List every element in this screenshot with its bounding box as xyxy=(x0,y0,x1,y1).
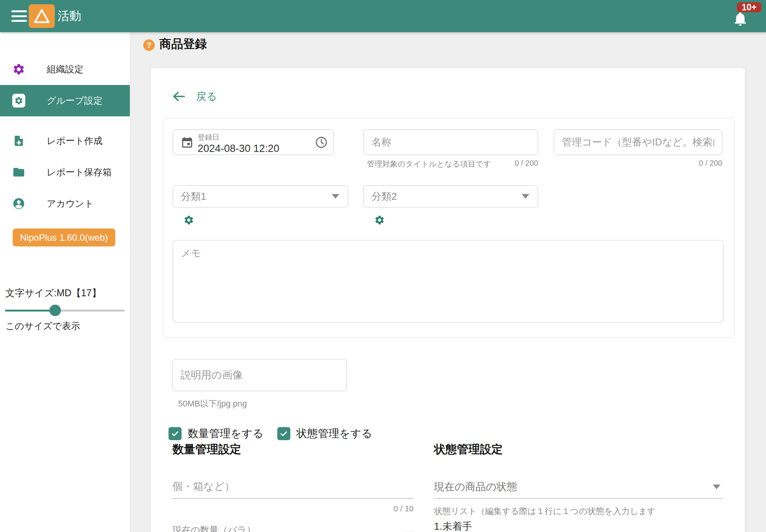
category1-label: 分類1 xyxy=(181,190,206,203)
sidebar-item-group-settings[interactable]: グループ設定 xyxy=(0,85,130,116)
checkmark-icon xyxy=(169,427,182,440)
code-field xyxy=(554,129,722,155)
sidebar-item-label: レポート作成 xyxy=(47,135,103,147)
unit-input[interactable] xyxy=(172,475,414,499)
sidebar: 組織設定 グループ設定 レポート作成 レポート保存箱 xyxy=(0,32,130,532)
quantity-management-checkbox[interactable]: 数量管理をする xyxy=(169,426,264,441)
date-field-label: 登録日 xyxy=(198,132,279,142)
sidebar-item-label: 組織設定 xyxy=(47,63,83,75)
sidebar-divider xyxy=(0,119,130,120)
basic-info-fieldset: 登録日 2024-08-30 12:20 管理対象のタイトルとなる項目です 0 … xyxy=(163,118,735,338)
image-upload-field[interactable]: 説明用の画像 xyxy=(172,359,347,391)
name-field xyxy=(363,129,538,155)
help-icon[interactable]: ? xyxy=(143,39,155,51)
font-size-slider[interactable] xyxy=(5,305,124,316)
notification-badge: 10+ xyxy=(737,2,761,12)
current-status-select[interactable]: 現在の商品の状態 xyxy=(434,475,723,499)
checkmark-icon xyxy=(277,427,290,440)
version-button[interactable]: NipoPlus 1.60.0(web) xyxy=(13,228,115,246)
back-link[interactable]: 戻る xyxy=(172,90,217,103)
back-arrow-icon xyxy=(172,91,185,102)
slider-knob[interactable] xyxy=(49,305,61,316)
page-title: 商品登録 xyxy=(159,36,207,52)
font-size-label: 文字サイズ:MD【17】 xyxy=(5,287,101,299)
sidebar-item-account[interactable]: アカウント xyxy=(0,188,130,219)
image-helper: 50MB以下/jpg png xyxy=(178,398,247,410)
menu-icon[interactable] xyxy=(11,10,27,22)
sidebar-item-report-create[interactable]: レポート作成 xyxy=(0,125,130,157)
management-checkboxes: 数量管理をする 状態管理をする xyxy=(169,426,372,441)
notifications-button[interactable] xyxy=(732,10,749,27)
gear-icon xyxy=(12,63,25,76)
sidebar-item-org-settings[interactable]: 組織設定 xyxy=(0,54,130,85)
status-management-checkbox[interactable]: 状態管理をする xyxy=(277,426,372,441)
category1-settings-button[interactable] xyxy=(183,215,194,225)
status-section: 状態管理設定 現在の商品の状態 状態リスト（編集する際は１行に１つの状態を入力し… xyxy=(434,442,723,532)
category2-label: 分類2 xyxy=(372,190,397,203)
code-counter: 0 / 200 xyxy=(692,159,722,168)
unit-field xyxy=(172,475,414,499)
bell-icon xyxy=(732,10,749,27)
date-field-value: 2024-08-30 12:20 xyxy=(198,143,279,155)
doc-plus-icon xyxy=(12,134,25,147)
sidebar-item-label: グループ設定 xyxy=(47,95,103,107)
triangle-logo-icon xyxy=(33,8,51,24)
status-list-item: 1.未着手 xyxy=(434,520,723,532)
app-logo-button[interactable] xyxy=(29,4,55,28)
dropdown-caret-icon xyxy=(713,485,720,489)
image-placeholder: 説明用の画像 xyxy=(180,368,243,382)
checkbox-label: 数量管理をする xyxy=(188,426,264,441)
current-status-label: 現在の商品の状態 xyxy=(434,480,517,494)
current-quantity-row: 現在の数量（バラ） 0 xyxy=(172,521,414,532)
folder-icon xyxy=(12,166,25,179)
app-title: 活動 xyxy=(57,8,81,24)
sidebar-item-report-box[interactable]: レポート保存箱 xyxy=(0,157,130,188)
gear-icon xyxy=(12,94,25,108)
sidebar-item-label: レポート保存箱 xyxy=(47,166,112,178)
slider-fill xyxy=(5,310,55,312)
current-quantity-label: 現在の数量（バラ） xyxy=(172,524,256,532)
font-size-note: このサイズで表示 xyxy=(5,320,80,332)
category2-select[interactable]: 分類2 xyxy=(363,185,538,207)
calendar-icon xyxy=(180,136,194,149)
name-helper: 管理対象のタイトルとなる項目です xyxy=(367,159,491,169)
gear-icon xyxy=(183,215,194,225)
gear-icon xyxy=(374,215,385,225)
main-content: ? 商品登録 戻る 登録日 2024-08-30 12:20 xyxy=(130,32,766,532)
category1-select[interactable]: 分類1 xyxy=(173,185,348,207)
status-list-helper: 状態リスト（編集する際は１行に１つの状態を入力します xyxy=(434,506,723,517)
dropdown-caret-icon xyxy=(332,194,339,199)
back-label: 戻る xyxy=(196,90,217,103)
memo-textarea[interactable] xyxy=(173,240,723,323)
unit-counter: 0 / 10 xyxy=(172,504,414,513)
form-card: 戻る 登録日 2024-08-30 12:20 xyxy=(151,68,745,532)
sidebar-item-label: アカウント xyxy=(47,197,94,210)
clock-icon[interactable] xyxy=(315,136,328,149)
app-header: 活動 10+ xyxy=(0,0,766,32)
person-icon xyxy=(12,197,25,210)
category2-settings-button[interactable] xyxy=(374,215,385,225)
code-input[interactable] xyxy=(554,130,722,155)
quantity-section: 数量管理設定 0 / 10 現在の数量（バラ） 0 xyxy=(172,442,414,532)
quantity-section-title: 数量管理設定 xyxy=(172,442,414,457)
name-counter: 0 / 200 xyxy=(507,159,538,168)
checkbox-label: 状態管理をする xyxy=(296,426,372,441)
name-input[interactable] xyxy=(364,130,538,155)
dropdown-caret-icon xyxy=(522,194,529,199)
status-section-title: 状態管理設定 xyxy=(434,442,723,457)
registration-date-field[interactable]: 登録日 2024-08-30 12:20 xyxy=(173,129,334,155)
